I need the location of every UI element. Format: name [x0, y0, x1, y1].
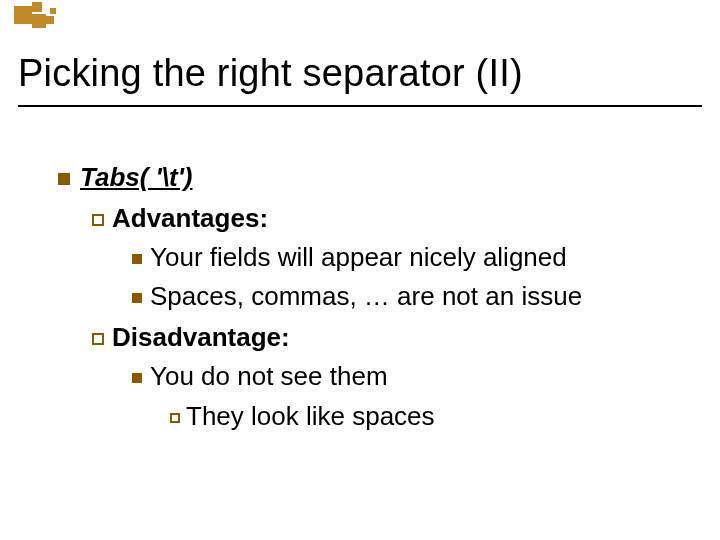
- hollow-square-bullet-icon: [92, 333, 104, 345]
- square-bullet-icon: [58, 173, 70, 185]
- title-rule: [18, 105, 702, 107]
- bullet-lvl2-advantages: Advantages:: [92, 201, 690, 236]
- lvl3-text: You do not see them: [150, 361, 388, 391]
- lvl3-text: Your fields will appear nicely aligned: [150, 242, 567, 272]
- lvl3-text: Spaces, commas, … are not an issue: [150, 281, 582, 311]
- lvl2-label: Disadvantage:: [112, 322, 290, 352]
- bullet-lvl3: Your fields will appear nicely aligned: [132, 240, 690, 275]
- hollow-square-bullet-icon: [92, 214, 104, 226]
- lvl2-label: Advantages:: [112, 203, 268, 233]
- bullet-lvl4: They look like spaces: [170, 399, 690, 434]
- slide-title: Picking the right separator (II): [18, 52, 702, 95]
- slide-content: Tabs( '\t') Advantages: Your fields will…: [58, 160, 690, 434]
- square-bullet-icon: [132, 373, 142, 383]
- square-bullet-icon: [132, 293, 142, 303]
- hollow-square-bullet-icon: [170, 413, 180, 423]
- square-bullet-icon: [132, 254, 142, 264]
- bullet-lvl1: Tabs( '\t'): [58, 160, 690, 195]
- bullet-lvl2-disadvantage: Disadvantage:: [92, 320, 690, 355]
- bullet-lvl3: You do not see them: [132, 359, 690, 394]
- corner-decoration: [0, 0, 80, 40]
- title-area: Picking the right separator (II): [18, 52, 702, 107]
- lvl1-label: Tabs( '\t'): [80, 162, 193, 192]
- bullet-lvl3: Spaces, commas, … are not an issue: [132, 279, 690, 314]
- lvl4-text: They look like spaces: [186, 401, 435, 431]
